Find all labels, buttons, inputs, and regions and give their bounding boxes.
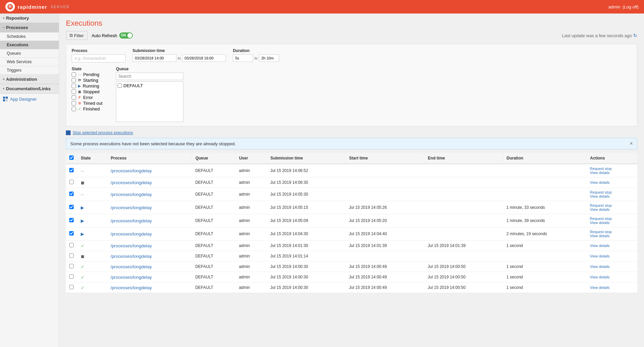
cell-user: admin: [236, 262, 267, 272]
state-running-checkbox[interactable]: [72, 84, 76, 88]
process-link[interactable]: /processes/longdelay: [110, 254, 152, 259]
table-row: ✓/processes/longdelayDEFAULTadminJul 15 …: [66, 262, 637, 272]
view-details-link[interactable]: View details: [590, 244, 634, 248]
request-stop-link[interactable]: Request stop: [590, 230, 634, 234]
finished-icon: ✓: [78, 107, 81, 111]
process-link[interactable]: /processes/longdelay: [110, 231, 152, 237]
state-pending-checkbox[interactable]: [72, 72, 76, 77]
process-link[interactable]: /processes/longdelay: [110, 243, 152, 248]
stopped-icon: ◼: [78, 90, 81, 94]
sidebar-item-triggers[interactable]: Triggers: [0, 66, 59, 75]
sidebar-section-administration[interactable]: + Administration: [0, 75, 59, 84]
sidebar-section-documentation[interactable]: + Documentation/Links: [0, 84, 59, 94]
submission-to-input[interactable]: [182, 54, 226, 62]
state-finished-checkbox[interactable]: [72, 107, 76, 111]
expand-icon: +: [3, 87, 5, 91]
table-row: ▶/processes/longdelayDEFAULTadminJul 15 …: [66, 214, 637, 227]
view-details-link[interactable]: View details: [590, 180, 634, 184]
sidebar-section-repository[interactable]: + Repository: [0, 14, 59, 23]
state-starting-checkbox[interactable]: [72, 78, 76, 82]
cell-user: admin: [236, 241, 267, 251]
row-checkbox[interactable]: [69, 264, 74, 268]
request-stop-link[interactable]: Request stop: [590, 167, 634, 171]
process-link[interactable]: /processes/longdelay: [110, 192, 152, 197]
table-row: ◼/processes/longdelayDEFAULTadminJul 15 …: [66, 177, 637, 188]
queue-default-checkbox[interactable]: [118, 83, 122, 88]
page-title: Executions: [66, 19, 637, 28]
cell-start-time: Jul 15 2019 14:05:20: [346, 214, 424, 227]
refresh-icon[interactable]: ↻: [633, 33, 637, 38]
row-checkbox[interactable]: [69, 243, 74, 247]
cell-state: ✓: [77, 272, 107, 282]
process-link[interactable]: /processes/longdelay: [110, 285, 152, 290]
row-checkbox[interactable]: [69, 231, 74, 236]
sidebar-section-label: Processes: [6, 25, 28, 30]
svg-rect-3: [6, 97, 8, 99]
state-error-checkbox[interactable]: [72, 95, 76, 100]
process-filter-input[interactable]: [72, 54, 126, 63]
duration-to-input[interactable]: [259, 54, 279, 62]
cell-state: ✓: [77, 282, 107, 293]
cell-end-time: [424, 214, 503, 227]
filter-button[interactable]: ⧉ Filter: [66, 31, 88, 40]
request-stop-link[interactable]: Request stop: [590, 190, 634, 194]
process-link[interactable]: /processes/longdelay: [110, 264, 152, 269]
stop-section: Stop selected process executions: [66, 130, 637, 135]
view-details-link[interactable]: View details: [590, 234, 634, 238]
queue-search-input[interactable]: [116, 73, 183, 80]
row-checkbox[interactable]: [69, 192, 74, 196]
cell-user: admin: [236, 164, 267, 177]
request-stop-link[interactable]: Request stop: [590, 203, 634, 207]
sidebar-item-web-services[interactable]: Web Services: [0, 58, 59, 66]
state-error-label: Error: [83, 95, 93, 100]
process-link[interactable]: /processes/longdelay: [110, 275, 152, 280]
svg-rect-4: [3, 99, 5, 101]
duration-from-input[interactable]: [233, 54, 253, 62]
cell-start-time: [346, 177, 424, 188]
process-link[interactable]: /processes/longdelay: [110, 180, 152, 185]
sidebar: + Repository − Processes Schedules Execu…: [0, 14, 59, 347]
state-timedout-checkbox[interactable]: [72, 101, 76, 105]
select-all-checkbox[interactable]: [69, 155, 74, 160]
sidebar-item-app-designer[interactable]: App Designer: [0, 94, 59, 104]
auto-refresh-toggle[interactable]: ON: [119, 32, 133, 39]
row-checkbox[interactable]: [69, 274, 74, 279]
sidebar-section-label: Administration: [6, 77, 37, 82]
view-details-link[interactable]: View details: [590, 286, 634, 290]
view-details-link[interactable]: View details: [590, 254, 634, 258]
view-details-link[interactable]: View details: [590, 275, 634, 279]
sidebar-item-schedules[interactable]: Schedules: [0, 32, 59, 41]
request-stop-link[interactable]: Request stop: [590, 217, 634, 221]
close-banner-button[interactable]: ×: [630, 141, 633, 146]
brand-name: rapidminer: [18, 4, 47, 10]
view-details-link[interactable]: View details: [590, 194, 634, 198]
product-name: SERVER: [51, 5, 70, 9]
row-checkbox[interactable]: [69, 285, 74, 289]
cell-user: admin: [236, 282, 267, 293]
state-stopped: ◼ Stopped: [72, 89, 102, 94]
sidebar-item-queues[interactable]: Queues: [0, 49, 59, 58]
sidebar-item-executions[interactable]: Executions: [0, 41, 59, 49]
cell-queue: DEFAULT: [192, 164, 236, 177]
view-details-link[interactable]: View details: [590, 207, 634, 212]
submission-from-input[interactable]: [132, 54, 176, 62]
row-checkbox[interactable]: [69, 205, 74, 209]
process-link[interactable]: /processes/longdelay: [110, 218, 152, 223]
sidebar-section-processes[interactable]: − Processes: [0, 23, 59, 32]
row-checkbox[interactable]: [69, 168, 74, 172]
view-details-link[interactable]: View details: [590, 221, 634, 225]
process-link[interactable]: /processes/longdelay: [110, 168, 152, 173]
process-link[interactable]: /processes/longdelay: [110, 205, 152, 210]
row-checkbox[interactable]: [69, 253, 74, 258]
view-details-link[interactable]: View details: [590, 171, 634, 175]
cell-queue: DEFAULT: [192, 201, 236, 214]
stop-selected-link[interactable]: Stop selected process executions: [73, 130, 133, 135]
row-checkbox[interactable]: [69, 180, 74, 184]
cell-duration: 1 second: [503, 282, 587, 293]
cell-user: admin: [236, 201, 267, 214]
view-details-link[interactable]: View details: [590, 265, 634, 269]
logout-link[interactable]: Log off: [624, 4, 637, 9]
state-stopped-checkbox[interactable]: [72, 90, 76, 94]
row-checkbox[interactable]: [69, 218, 74, 222]
header-user: admin (Log off): [608, 4, 639, 9]
